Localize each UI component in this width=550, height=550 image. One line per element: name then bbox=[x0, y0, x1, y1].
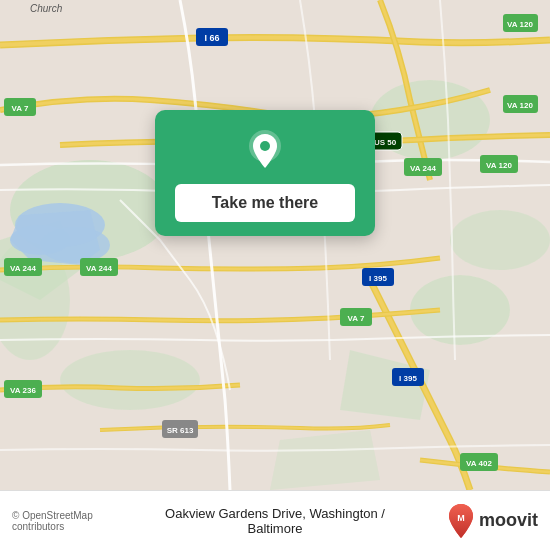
svg-text:I 66: I 66 bbox=[204, 33, 219, 43]
svg-text:VA 244: VA 244 bbox=[86, 264, 112, 273]
svg-text:VA 7: VA 7 bbox=[348, 314, 365, 323]
svg-text:VA 7: VA 7 bbox=[12, 104, 29, 113]
svg-text:US 50: US 50 bbox=[374, 138, 397, 147]
svg-text:VA 120: VA 120 bbox=[507, 20, 533, 29]
svg-text:VA 236: VA 236 bbox=[10, 386, 36, 395]
location-info: Oakview Gardens Drive, Washington / Balt… bbox=[144, 506, 407, 536]
svg-text:I 395: I 395 bbox=[399, 374, 417, 383]
moovit-pin-icon: M bbox=[447, 504, 475, 538]
map-container: I 66 VA 120 VA 120 VA 7 US 50 US 50 VA 2… bbox=[0, 0, 550, 490]
location-pin-icon bbox=[242, 128, 288, 174]
take-me-there-button[interactable]: Take me there bbox=[175, 184, 355, 222]
svg-text:SR 613: SR 613 bbox=[167, 426, 194, 435]
svg-text:VA 244: VA 244 bbox=[10, 264, 36, 273]
svg-text:VA 402: VA 402 bbox=[466, 459, 492, 468]
popup-card: Take me there bbox=[155, 110, 375, 236]
svg-text:Church: Church bbox=[30, 3, 63, 14]
svg-text:VA 120: VA 120 bbox=[507, 101, 533, 110]
map-background: I 66 VA 120 VA 120 VA 7 US 50 US 50 VA 2… bbox=[0, 0, 550, 490]
svg-text:VA 244: VA 244 bbox=[410, 164, 436, 173]
svg-text:VA 120: VA 120 bbox=[486, 161, 512, 170]
bottom-bar: © OpenStreetMap contributors Oakview Gar… bbox=[0, 490, 550, 550]
svg-point-49 bbox=[260, 141, 270, 151]
svg-text:M: M bbox=[457, 513, 465, 523]
moovit-logo: M moovit bbox=[407, 504, 539, 538]
svg-point-8 bbox=[450, 210, 550, 270]
svg-text:I 395: I 395 bbox=[369, 274, 387, 283]
svg-point-5 bbox=[60, 350, 200, 410]
moovit-brand-text: moovit bbox=[479, 510, 538, 531]
map-attribution: © OpenStreetMap contributors bbox=[12, 510, 144, 532]
